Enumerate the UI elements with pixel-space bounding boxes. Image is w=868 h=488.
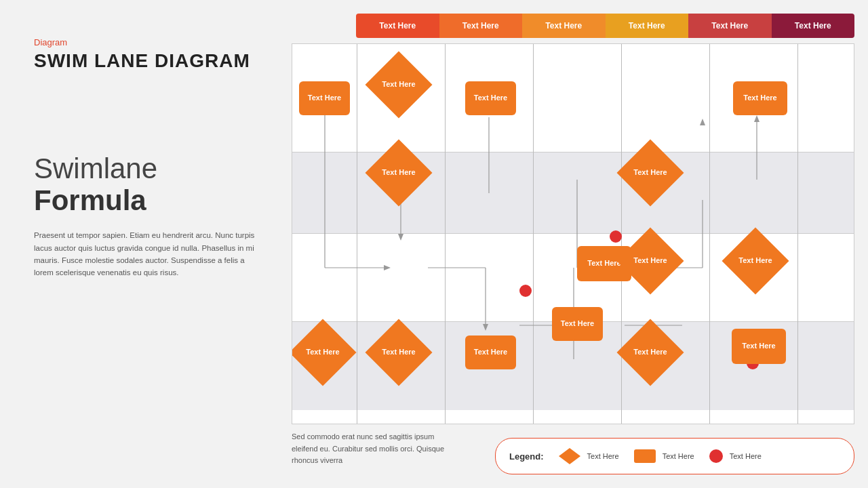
vdiv-0: [357, 44, 357, 424]
vdiv-4: [709, 44, 710, 424]
header-cell-5: Text Here: [688, 14, 772, 38]
diagram-body: Text Here Text Here Text Here Text Here …: [292, 43, 854, 424]
diagram-label: Diagram: [34, 37, 258, 47]
shape-s14: Text Here: [732, 329, 786, 364]
header-cell-4: Text Here: [606, 14, 689, 38]
svg-point-21: [709, 449, 723, 463]
header-cell-6: Text Here: [772, 14, 855, 38]
legend-diamond-icon: [557, 447, 582, 466]
swimlane-bold: Formula: [34, 184, 258, 217]
shape-s1: Text Here: [299, 81, 350, 115]
legend-item-dot: Text Here: [708, 448, 762, 464]
description-text: Praesent ut tempor sapien. Etiam eu hend…: [34, 229, 258, 279]
shape-s4: Text Here: [617, 319, 684, 386]
swimlane-subtitle: Swimlane: [34, 153, 258, 184]
shape-s8: Text Here: [552, 307, 603, 341]
shape-s5: Text Here: [465, 81, 516, 115]
header-cell-2: Text Here: [439, 14, 523, 38]
shape-col1-lane3: Text Here: [465, 336, 516, 369]
right-panel: Text Here Text Here Text Here Text Here …: [285, 0, 868, 488]
shape-s10: Text Here: [617, 228, 684, 295]
vdiv-2: [533, 44, 534, 424]
header-cell-3: Text Here: [522, 14, 606, 38]
legend-dot-icon: [708, 448, 724, 464]
svg-marker-19: [559, 448, 580, 464]
bottom-section: Sed commodo erat nunc sed sagittis ipsum…: [292, 431, 854, 474]
svg-rect-20: [634, 449, 656, 463]
dot-2: [519, 285, 532, 297]
shape-s3: Text Here: [366, 140, 433, 207]
shape-s9: Text Here: [617, 140, 684, 207]
header-row: Text Here Text Here Text Here Text Here …: [356, 14, 854, 38]
header-cell-1: Text Here: [356, 14, 439, 38]
legend-rect-icon: [633, 447, 657, 466]
legend-label: Legend:: [509, 451, 544, 462]
bottom-text: Sed commodo erat nunc sed sagittis ipsum…: [292, 431, 454, 467]
shape-s6: Text Here: [366, 319, 433, 386]
legend-item-diamond: Text Here: [557, 447, 619, 466]
shape-s12: Text Here: [722, 228, 789, 295]
legend-bar: Legend: Text Here Text Here: [495, 438, 854, 474]
dot-1: [610, 230, 622, 243]
shape-s11: Text Here: [733, 81, 787, 115]
left-panel: Diagram SWIM LANE DIAGRAM Swimlane Formu…: [0, 0, 285, 488]
legend-item-rect: Text Here: [633, 447, 694, 466]
main-title: SWIM LANE DIAGRAM: [34, 50, 258, 72]
vdiv-1: [445, 44, 446, 424]
vdiv-5: [797, 44, 798, 424]
shape-s2: Text Here: [366, 52, 433, 119]
